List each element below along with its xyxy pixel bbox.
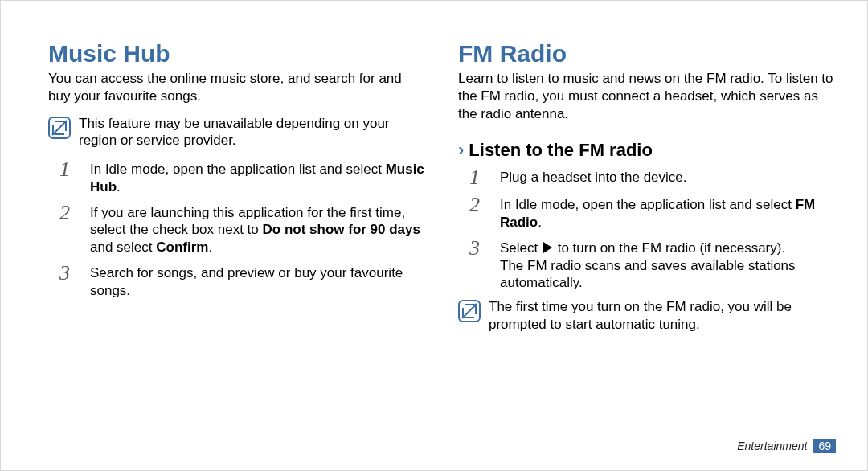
text: to turn on the FM radio (if necessary). — [554, 240, 785, 256]
music-hub-note-text: This feature may be unavailable dependin… — [79, 115, 426, 150]
footer-page-number: 69 — [813, 439, 836, 453]
step-text: If you are launching this application fo… — [90, 203, 426, 256]
text: and select — [90, 240, 156, 255]
step-number: 1 — [48, 159, 79, 180]
fm-radio-step-2: 2 In Idle mode, open the application lis… — [458, 195, 836, 231]
step-text: Search for songs, and preview or buy you… — [90, 263, 426, 300]
text: Select — [500, 240, 542, 256]
fm-radio-step-1: 1 Plug a headset into the device. — [458, 167, 836, 188]
svg-line-1 — [462, 304, 477, 318]
text: In Idle mode, open the application list … — [500, 197, 796, 212]
step-number: 2 — [48, 203, 79, 223]
bold-text: Confirm — [156, 240, 208, 255]
subheading-text: Listen to the FM radio — [469, 140, 653, 161]
music-hub-step-2: 2 If you are launching this application … — [48, 203, 426, 256]
play-icon — [543, 242, 552, 253]
step-number: 3 — [48, 263, 79, 284]
music-hub-step-1: 1 In Idle mode, open the application lis… — [48, 159, 426, 196]
fm-radio-step-3: 3 Select to turn on the FM radio (if nec… — [458, 238, 836, 292]
text: The FM radio scans and saves available s… — [500, 258, 796, 291]
text: Search for songs, and preview or buy you… — [90, 265, 403, 298]
music-hub-intro: You can access the online music store, a… — [48, 70, 426, 105]
manual-page: Music Hub You can access the online musi… — [0, 0, 868, 471]
page-footer: Entertainment 69 — [737, 439, 836, 453]
note-icon — [48, 117, 71, 139]
text: . — [117, 179, 121, 195]
step-number: 1 — [458, 167, 489, 188]
step-text: Plug a headset into the device. — [500, 167, 687, 186]
fm-radio-note-text: The first time you turn on the FM radio,… — [489, 298, 836, 334]
footer-category: Entertainment — [737, 440, 807, 453]
right-column: FM Radio Learn to listen to music and ne… — [458, 40, 836, 447]
music-hub-note: This feature may be unavailable dependin… — [48, 115, 426, 150]
text: Plug a headset into the device. — [500, 170, 687, 185]
chevron-right-icon: › — [458, 141, 464, 159]
fm-radio-note: The first time you turn on the FM radio,… — [458, 298, 836, 334]
fm-radio-subheading: › Listen to the FM radio — [458, 140, 836, 161]
bold-text: Do not show for 90 days — [263, 222, 420, 237]
step-number: 3 — [458, 238, 489, 259]
text: In Idle mode, open the application list … — [90, 162, 386, 177]
note-icon — [458, 300, 481, 322]
music-hub-step-3: 3 Search for songs, and preview or buy y… — [48, 263, 426, 300]
step-text: Select to turn on the FM radio (if neces… — [500, 238, 836, 292]
svg-line-0 — [52, 121, 67, 135]
left-column: Music Hub You can access the online musi… — [48, 40, 426, 447]
step-text: In Idle mode, open the application list … — [500, 195, 836, 231]
step-text: In Idle mode, open the application list … — [90, 159, 426, 196]
music-hub-title: Music Hub — [48, 40, 426, 67]
step-number: 2 — [458, 195, 489, 215]
fm-radio-intro: Learn to listen to music and news on the… — [458, 70, 836, 122]
fm-radio-title: FM Radio — [458, 40, 836, 67]
text: . — [208, 240, 212, 255]
text: . — [538, 215, 542, 230]
